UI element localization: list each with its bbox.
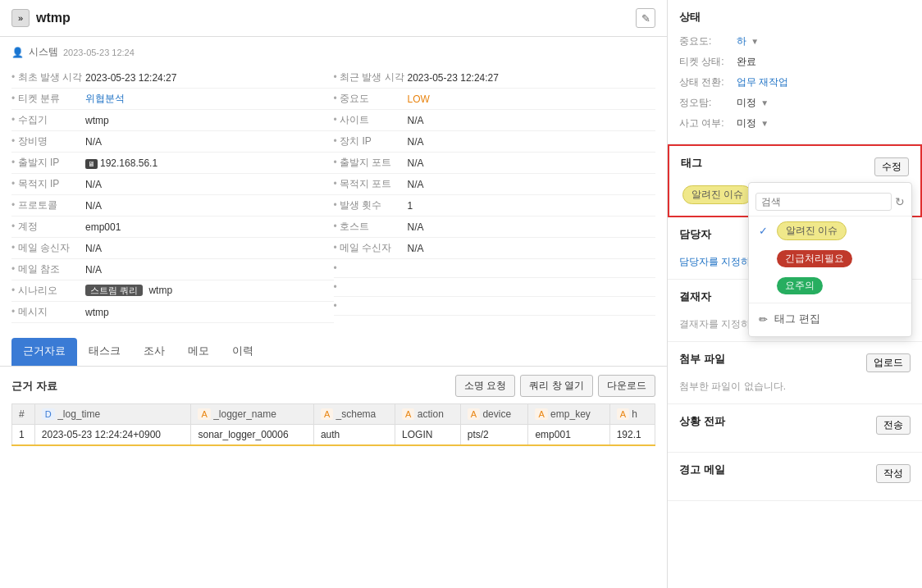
tabs-bar: 근거자료 태스크 조사 메모 이력: [0, 338, 667, 367]
write-button[interactable]: 작성: [876, 464, 911, 483]
tab-history[interactable]: 이력: [221, 338, 265, 366]
tag-search-input[interactable]: [755, 193, 892, 211]
email-header: 경고 메일 작성: [679, 463, 911, 484]
info-row-ticket-class: 티켓 분류 위협분석: [11, 89, 334, 110]
status-title: 상태: [679, 10, 911, 25]
dropdown-arrow-incident: ▼: [760, 119, 769, 128]
collapse-button[interactable]: »: [11, 9, 30, 27]
edit-button[interactable]: ✎: [636, 8, 655, 28]
escalate-section: 상황 전파 전송: [668, 404, 922, 453]
tag-title: 태그: [681, 156, 702, 171]
tab-evidence[interactable]: 근거자료: [11, 338, 77, 366]
info-row-mail-sender: 메일 송신자 N/A: [11, 238, 334, 259]
status-section: 상태 중요도: 하 ▼ 티켓 상태: 완료 상태 전환: 업무 재작업 정오탐:…: [668, 0, 922, 144]
claim-button[interactable]: 소명 요청: [455, 375, 515, 397]
col-num: #: [12, 404, 35, 425]
info-row-mail-receiver: 메일 수신자 N/A: [334, 238, 656, 259]
tag-divider: [749, 303, 911, 303]
ip-icon: 🖥: [85, 159, 98, 169]
status-row-severity: 중요도: 하 ▼: [679, 31, 911, 52]
cell-emp-key: emp001: [528, 425, 609, 446]
info-row-empty2: [334, 278, 656, 297]
dropdown-arrow-fp: ▼: [760, 98, 769, 107]
info-row-severity: 중요도 LOW: [334, 89, 656, 110]
upload-button[interactable]: 업로드: [866, 353, 911, 372]
info-row-collector: 수집기 wtmp: [11, 110, 334, 131]
info-row-dst-port: 목적지 포트 N/A: [334, 174, 656, 195]
tag-chip-known-issue[interactable]: 알려진 이슈: [682, 185, 752, 204]
download-button[interactable]: 다운로드: [598, 375, 655, 397]
query-window-button[interactable]: 쿼리 창 열기: [520, 375, 593, 397]
email-title: 경고 메일: [679, 463, 725, 477]
info-grid: 최초 발생 시각 2023-05-23 12:24:27 티켓 분류 위협분석 …: [11, 67, 655, 323]
email-section: 경고 메일 작성: [668, 453, 922, 501]
info-row-src-ip: 출발지 IP 🖥192.168.56.1: [11, 153, 334, 174]
info-row-empty1: [334, 259, 656, 278]
file-title: 첨부 파일: [679, 352, 725, 367]
tag-item-urgent[interactable]: 긴급처리필요: [749, 245, 911, 272]
info-row-protocol: 프로토콜 N/A: [11, 195, 334, 217]
cell-action: LOGIN: [395, 425, 461, 446]
tag-edit-item[interactable]: ✏ 태그 편집: [749, 307, 911, 331]
dropdown-arrow-severity: ▼: [751, 37, 759, 46]
tag-dropdown: ↻ ✓ 알려진 이슈 긴급처리필요 요주의 ✏ 태그 편집: [748, 182, 912, 337]
file-section: 첨부 파일 업로드 첨부한 파일이 없습니다.: [668, 342, 922, 404]
pencil-icon: ✏: [759, 313, 768, 326]
escalate-title: 상황 전파: [679, 414, 725, 429]
info-row-device-name: 장비명 N/A: [11, 131, 334, 153]
cell-log-time: 2023-05-23 12:24:24+0900: [34, 425, 191, 446]
tag-edit-button[interactable]: 수정: [874, 157, 909, 176]
info-row-account: 계정 emp001: [11, 217, 334, 238]
info-row-empty3: [334, 297, 656, 316]
info-row-dst-ip: 목적지 IP N/A: [11, 174, 334, 195]
tag-known-issue-chip: 알려진 이슈: [777, 221, 847, 240]
col-log-time: D _log_time: [34, 404, 191, 425]
send-button[interactable]: 전송: [876, 416, 911, 435]
status-row-incident: 사고 여부: 미정 ▼: [679, 113, 911, 134]
evidence-actions: 소명 요청 쿼리 창 열기 다운로드: [455, 375, 655, 397]
refresh-icon[interactable]: ↻: [895, 195, 905, 208]
evidence-header: 근거 자료 소명 요청 쿼리 창 열기 다운로드: [11, 375, 655, 397]
tag-item-known-issue[interactable]: ✓ 알려진 이슈: [749, 217, 911, 245]
file-placeholder: 첨부한 파일이 없습니다.: [679, 380, 911, 394]
person-icon: 👤: [11, 47, 24, 58]
page-title: wtmp: [36, 11, 71, 25]
cell-num: 1: [12, 425, 35, 446]
status-row-transition: 상태 전환: 업무 재작업: [679, 72, 911, 93]
col-device: A device: [460, 404, 528, 425]
right-panel: 상태 중요도: 하 ▼ 티켓 상태: 완료 상태 전환: 업무 재작업 정오탐:…: [668, 0, 922, 588]
tag-caution-chip: 요주의: [777, 277, 823, 294]
tag-edit-label: 태그 편집: [774, 312, 820, 326]
checkmark-icon: ✓: [759, 225, 770, 237]
tag-search-bar: ↻: [749, 188, 911, 217]
info-right-col: 최근 발생 시각 2023-05-23 12:24:27 중요도 LOW 사이트…: [334, 67, 656, 323]
info-row-last-time: 최근 발생 시각 2023-05-23 12:24:27: [334, 67, 656, 89]
tab-memo[interactable]: 메모: [176, 338, 221, 366]
info-row-occurrence: 발생 횟수 1: [334, 195, 656, 217]
info-row-site: 사이트 N/A: [334, 110, 656, 131]
system-time: 2023-05-23 12:24: [63, 48, 135, 57]
info-row-scenario: 시나리오 스트림 쿼리 wtmp: [11, 280, 334, 302]
tag-section-header: 태그 수정: [681, 156, 909, 177]
system-info-section: 👤 시스템 2023-05-23 12:24 최초 발생 시각 2023-05-…: [0, 37, 667, 331]
assignee-title: 담당자: [679, 227, 711, 242]
stream-badge: 스트림 쿼리: [85, 285, 143, 296]
info-row-mail-ref: 메일 참조 N/A: [11, 259, 334, 280]
system-text: 시스템: [29, 45, 58, 59]
info-row-host: 호스트 N/A: [334, 217, 656, 238]
col-h: A h: [609, 404, 655, 425]
cell-schema: auth: [313, 425, 395, 446]
escalate-header: 상황 전파 전송: [679, 414, 911, 435]
approver-title: 결재자: [679, 289, 711, 304]
evidence-table: # D _log_time A _logger_name A _schema A…: [11, 403, 655, 446]
status-row-ticket: 티켓 상태: 완료: [679, 52, 911, 72]
tab-investigation[interactable]: 조사: [132, 338, 176, 366]
evidence-section: 근거 자료 소명 요청 쿼리 창 열기 다운로드 # D _log_time A…: [0, 367, 667, 454]
col-schema: A _schema: [313, 404, 395, 425]
info-row-message: 메시지 wtmp: [11, 302, 334, 323]
cell-device: pts/2: [460, 425, 528, 446]
file-header: 첨부 파일 업로드: [679, 352, 911, 373]
system-label: 👤 시스템 2023-05-23 12:24: [11, 45, 655, 59]
tab-task[interactable]: 태스크: [77, 338, 132, 366]
tag-item-caution[interactable]: 요주의: [749, 272, 911, 299]
